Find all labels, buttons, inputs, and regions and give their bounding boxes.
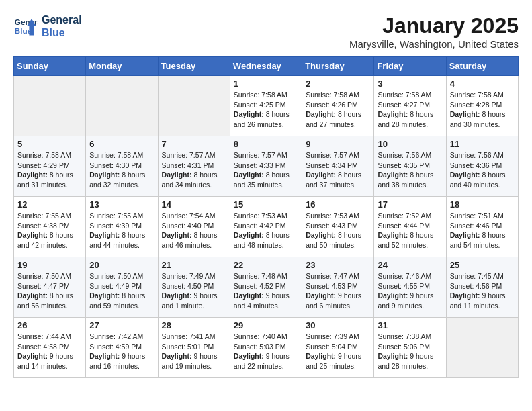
daylight-label: Daylight: (17, 352, 50, 360)
cell-content: Sunrise: 7:58 AMSunset: 4:28 PMDaylight:… (450, 90, 515, 130)
daylight-label: Daylight: (89, 352, 122, 360)
day-number: 29 (234, 320, 298, 330)
cell-content: Sunrise: 7:56 AMSunset: 4:36 PMDaylight:… (450, 150, 515, 190)
calendar-cell: 2Sunrise: 7:58 AMSunset: 4:26 PMDaylight… (302, 76, 374, 136)
cell-content: Sunrise: 7:46 AMSunset: 4:55 PMDaylight:… (378, 271, 442, 311)
day-number: 31 (378, 320, 442, 330)
daylight-label: Daylight: (306, 110, 338, 118)
col-header-thursday: Thursday (302, 57, 374, 76)
cell-content: Sunrise: 7:55 AMSunset: 4:38 PMDaylight:… (17, 211, 82, 250)
calendar-cell: 29Sunrise: 7:40 AMSunset: 5:03 PMDayligh… (230, 318, 302, 378)
cell-content: Sunrise: 7:51 AMSunset: 4:46 PMDaylight:… (450, 211, 515, 250)
calendar-cell: 17Sunrise: 7:52 AMSunset: 4:44 PMDayligh… (374, 197, 446, 257)
day-number: 20 (89, 260, 154, 270)
day-number: 4 (450, 79, 515, 89)
day-number: 25 (450, 260, 515, 270)
week-row-4: 19Sunrise: 7:50 AMSunset: 4:47 PMDayligh… (14, 257, 519, 318)
daylight-label: Daylight: (378, 352, 410, 360)
calendar-cell: 23Sunrise: 7:47 AMSunset: 4:53 PMDayligh… (302, 257, 374, 318)
calendar-cell: 7Sunrise: 7:57 AMSunset: 4:31 PMDaylight… (158, 136, 230, 197)
daylight-label: Daylight: (234, 110, 266, 118)
day-number: 22 (234, 260, 298, 270)
calendar-cell: 8Sunrise: 7:57 AMSunset: 4:33 PMDaylight… (230, 136, 302, 197)
day-number: 16 (306, 199, 370, 210)
daylight-label: Daylight: (162, 352, 194, 360)
calendar-cell: 20Sunrise: 7:50 AMSunset: 4:49 PMDayligh… (86, 257, 158, 318)
calendar-cell: 9Sunrise: 7:57 AMSunset: 4:34 PMDaylight… (302, 136, 374, 197)
calendar-cell: 22Sunrise: 7:48 AMSunset: 4:52 PMDayligh… (230, 257, 302, 318)
page-header: General Blue General Blue January 2025 M… (13, 13, 519, 50)
calendar-cell: 4Sunrise: 7:58 AMSunset: 4:28 PMDaylight… (446, 76, 518, 136)
calendar-cell: 19Sunrise: 7:50 AMSunset: 4:47 PMDayligh… (14, 257, 86, 318)
calendar-cell: 16Sunrise: 7:53 AMSunset: 4:43 PMDayligh… (302, 197, 374, 257)
daylight-label: Daylight: (162, 231, 194, 239)
col-header-tuesday: Tuesday (158, 57, 230, 76)
cell-content: Sunrise: 7:42 AMSunset: 4:59 PMDaylight:… (89, 332, 154, 371)
daylight-label: Daylight: (378, 291, 410, 300)
daylight-label: Daylight: (17, 171, 50, 179)
day-number: 21 (162, 260, 226, 270)
daylight-label: Daylight: (17, 231, 50, 239)
cell-content: Sunrise: 7:53 AMSunset: 4:43 PMDaylight:… (306, 211, 370, 250)
calendar-cell: 21Sunrise: 7:49 AMSunset: 4:50 PMDayligh… (158, 257, 230, 318)
cell-content: Sunrise: 7:58 AMSunset: 4:27 PMDaylight:… (378, 90, 442, 130)
cell-content: Sunrise: 7:38 AMSunset: 5:06 PMDaylight:… (378, 332, 442, 371)
title-block: January 2025 Marysville, Washington, Uni… (349, 13, 519, 50)
daylight-label: Daylight: (306, 171, 338, 179)
calendar-cell: 3Sunrise: 7:58 AMSunset: 4:27 PMDaylight… (374, 76, 446, 136)
day-number: 2 (306, 79, 370, 89)
daylight-label: Daylight: (234, 171, 266, 179)
day-number: 26 (17, 320, 82, 330)
day-number: 1 (234, 79, 298, 89)
cell-content: Sunrise: 7:57 AMSunset: 4:34 PMDaylight:… (306, 150, 370, 190)
cell-content: Sunrise: 7:47 AMSunset: 4:53 PMDaylight:… (306, 271, 370, 311)
cell-content: Sunrise: 7:50 AMSunset: 4:47 PMDaylight:… (17, 271, 82, 311)
location: Marysville, Washington, United States (349, 38, 519, 50)
cell-content: Sunrise: 7:58 AMSunset: 4:25 PMDaylight:… (234, 90, 298, 130)
col-header-sunday: Sunday (14, 57, 86, 76)
day-number: 28 (162, 320, 226, 330)
cell-content: Sunrise: 7:58 AMSunset: 4:30 PMDaylight:… (89, 150, 154, 190)
calendar-cell: 18Sunrise: 7:51 AMSunset: 4:46 PMDayligh… (446, 197, 518, 257)
week-row-2: 5Sunrise: 7:58 AMSunset: 4:29 PMDaylight… (14, 136, 519, 197)
col-header-monday: Monday (86, 57, 158, 76)
calendar-cell: 11Sunrise: 7:56 AMSunset: 4:36 PMDayligh… (446, 136, 518, 197)
day-number: 5 (17, 139, 82, 149)
calendar-cell: 28Sunrise: 7:41 AMSunset: 5:01 PMDayligh… (158, 318, 230, 378)
cell-content: Sunrise: 7:57 AMSunset: 4:31 PMDaylight:… (162, 150, 226, 190)
daylight-label: Daylight: (234, 352, 266, 360)
daylight-label: Daylight: (89, 231, 122, 239)
week-row-1: 1Sunrise: 7:58 AMSunset: 4:25 PMDaylight… (14, 76, 519, 136)
day-number: 27 (89, 320, 154, 330)
calendar-cell: 5Sunrise: 7:58 AMSunset: 4:29 PMDaylight… (14, 136, 86, 197)
logo-text: General Blue (42, 13, 82, 39)
col-header-saturday: Saturday (446, 57, 518, 76)
calendar-cell: 30Sunrise: 7:39 AMSunset: 5:04 PMDayligh… (302, 318, 374, 378)
calendar-cell: 14Sunrise: 7:54 AMSunset: 4:40 PMDayligh… (158, 197, 230, 257)
day-number: 23 (306, 260, 370, 270)
logo-line1: General (42, 14, 82, 26)
daylight-label: Daylight: (306, 231, 338, 239)
daylight-label: Daylight: (450, 231, 482, 239)
cell-content: Sunrise: 7:54 AMSunset: 4:40 PMDaylight:… (162, 211, 226, 250)
daylight-label: Daylight: (17, 291, 50, 300)
daylight-label: Daylight: (162, 291, 194, 300)
calendar-cell: 24Sunrise: 7:46 AMSunset: 4:55 PMDayligh… (374, 257, 446, 318)
daylight-label: Daylight: (306, 352, 338, 360)
calendar-cell: 6Sunrise: 7:58 AMSunset: 4:30 PMDaylight… (86, 136, 158, 197)
cell-content: Sunrise: 7:39 AMSunset: 5:04 PMDaylight:… (306, 332, 370, 371)
day-number: 11 (450, 139, 515, 149)
calendar-cell: 15Sunrise: 7:53 AMSunset: 4:42 PMDayligh… (230, 197, 302, 257)
cell-content: Sunrise: 7:40 AMSunset: 5:03 PMDaylight:… (234, 332, 298, 371)
header-row: SundayMondayTuesdayWednesdayThursdayFrid… (14, 57, 519, 76)
daylight-label: Daylight: (234, 291, 266, 300)
daylight-label: Daylight: (162, 171, 194, 179)
cell-content: Sunrise: 7:58 AMSunset: 4:29 PMDaylight:… (17, 150, 82, 190)
day-number: 17 (378, 199, 442, 210)
cell-content: Sunrise: 7:58 AMSunset: 4:26 PMDaylight:… (306, 90, 370, 130)
daylight-label: Daylight: (378, 110, 410, 118)
cell-content: Sunrise: 7:52 AMSunset: 4:44 PMDaylight:… (378, 211, 442, 250)
day-number: 6 (89, 139, 154, 149)
cell-content: Sunrise: 7:53 AMSunset: 4:42 PMDaylight:… (234, 211, 298, 250)
calendar-cell (86, 76, 158, 136)
